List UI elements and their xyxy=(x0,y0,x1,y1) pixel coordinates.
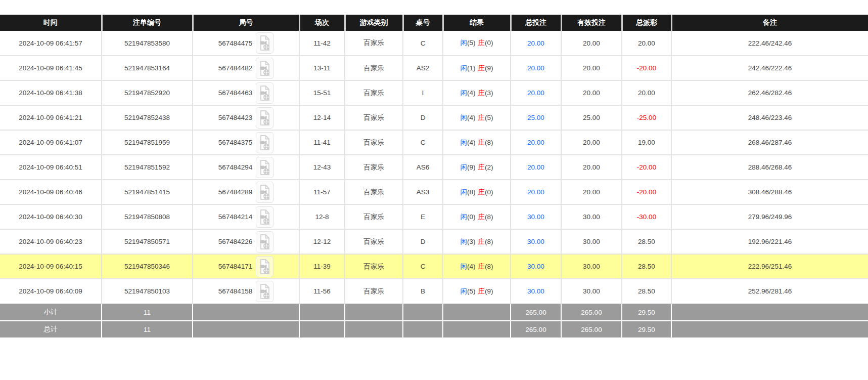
remark-cell: 192.96/221.46 xyxy=(671,229,868,254)
table-no-cell: D xyxy=(403,229,443,254)
video-replay-icon[interactable] xyxy=(256,231,273,252)
valid-bet-cell: 20.00 xyxy=(561,130,622,155)
video-replay-icon[interactable] xyxy=(256,32,273,54)
payout-cell: 20.00 xyxy=(622,80,671,105)
table-row: 2024-10-09 06:41:45 521947853164 5674844… xyxy=(0,56,868,80)
table-row: 2024-10-09 06:41:21 521947852438 5674844… xyxy=(0,105,868,130)
video-replay-icon[interactable] xyxy=(256,157,273,178)
bet-no-cell: 521947850346 xyxy=(102,254,193,279)
table-no-cell: AS3 xyxy=(403,180,443,204)
game-type-cell: 百家乐 xyxy=(345,130,403,155)
video-replay-icon[interactable] xyxy=(256,82,273,104)
bet-no-cell: 521947852920 xyxy=(102,80,193,105)
result-player-label: 闲 xyxy=(461,238,468,245)
result-player-label: 闲 xyxy=(461,287,468,295)
total-bet-cell: 25.00 xyxy=(511,105,561,130)
total-label: 总计 xyxy=(0,321,102,338)
table-row: 2024-10-09 06:40:23 521947850571 5674842… xyxy=(0,229,868,254)
session-cell: 12-43 xyxy=(299,155,345,180)
round-no-cell: 567484158 xyxy=(193,279,299,304)
result-banker-count: (0) xyxy=(485,188,493,196)
payout-cell: -25.00 xyxy=(622,105,671,130)
result-banker-label: 庄 xyxy=(478,188,485,196)
round-no-cell: 567484226 xyxy=(193,229,299,254)
game-type-cell: 百家乐 xyxy=(345,31,403,56)
result-player-label: 闲 xyxy=(461,163,468,171)
total-bet-cell: 30.00 xyxy=(511,204,561,229)
round-no-cell: 567484214 xyxy=(193,204,299,229)
result-player-count: (4) xyxy=(467,139,476,146)
total-payout: 29.50 xyxy=(622,321,671,338)
session-cell: 12-8 xyxy=(299,204,345,229)
result-player-count: (5) xyxy=(467,39,476,47)
total-bet-cell: 20.00 xyxy=(511,31,561,56)
video-replay-icon[interactable] xyxy=(256,281,273,302)
bet-records-container: 时间 注单编号 局号 场次 游戏类别 桌号 结果 总投注 有效投注 总派彩 备注… xyxy=(0,0,868,339)
round-no-cell: 567484423 xyxy=(193,105,299,130)
result-cell: 闲(4)庄(3) xyxy=(443,80,511,105)
video-replay-icon[interactable] xyxy=(256,58,273,79)
game-type-cell: 百家乐 xyxy=(345,279,403,304)
video-replay-icon[interactable] xyxy=(256,206,273,228)
col-header-valid-bet: 有效投注 xyxy=(561,15,622,31)
remark-cell: 242.46/222.46 xyxy=(671,56,868,80)
round-no-cell: 567484294 xyxy=(193,155,299,180)
payout-cell: 28.50 xyxy=(622,279,671,304)
video-replay-icon[interactable] xyxy=(256,132,273,153)
table-body: 2024-10-09 06:41:57 521947853580 5674844… xyxy=(0,31,868,304)
time-cell: 2024-10-09 06:41:07 xyxy=(0,130,102,155)
payout-cell: 20.00 xyxy=(622,31,671,56)
result-cell: 闲(4)庄(8) xyxy=(443,130,511,155)
total-bet-cell: 20.00 xyxy=(511,130,561,155)
total-bet-cell: 30.00 xyxy=(511,229,561,254)
table-row: 2024-10-09 06:40:15 521947850346 5674841… xyxy=(0,254,868,279)
valid-bet-cell: 30.00 xyxy=(561,204,622,229)
game-type-cell: 百家乐 xyxy=(345,80,403,105)
game-type-cell: 百家乐 xyxy=(345,105,403,130)
video-replay-icon[interactable] xyxy=(256,182,273,203)
session-cell: 12-14 xyxy=(299,105,345,130)
total-row: 总计 11 265.00 265.00 29.50 xyxy=(0,321,868,338)
game-type-cell: 百家乐 xyxy=(345,254,403,279)
valid-bet-cell: 30.00 xyxy=(561,229,622,254)
video-replay-icon[interactable] xyxy=(256,256,273,277)
remark-cell: 288.46/268.46 xyxy=(671,155,868,180)
table-no-cell: I xyxy=(403,80,443,105)
session-cell: 11-42 xyxy=(299,31,345,56)
round-no-cell: 567484482 xyxy=(193,56,299,80)
result-banker-count: (3) xyxy=(485,89,493,97)
result-banker-label: 庄 xyxy=(478,213,485,221)
bet-no-cell: 521947850571 xyxy=(102,229,193,254)
total-bet-cell: 20.00 xyxy=(511,56,561,80)
result-banker-label: 庄 xyxy=(478,89,485,97)
result-banker-label: 庄 xyxy=(478,287,485,295)
table-row: 2024-10-09 06:41:07 521947851959 5674843… xyxy=(0,130,868,155)
table-header: 时间 注单编号 局号 场次 游戏类别 桌号 结果 总投注 有效投注 总派彩 备注 xyxy=(0,15,868,31)
table-row: 2024-10-09 06:40:46 521947851415 5674842… xyxy=(0,180,868,204)
time-cell: 2024-10-09 06:40:15 xyxy=(0,254,102,279)
round-no-value: 567484294 xyxy=(218,163,253,171)
video-replay-icon[interactable] xyxy=(256,107,273,129)
result-player-count: (4) xyxy=(467,114,476,121)
result-player-count: (0) xyxy=(467,213,476,221)
remark-cell: 262.46/282.46 xyxy=(671,80,868,105)
bet-no-cell: 521947853164 xyxy=(102,56,193,80)
table-no-cell: AS6 xyxy=(403,155,443,180)
time-cell: 2024-10-09 06:40:23 xyxy=(0,229,102,254)
result-player-label: 闲 xyxy=(461,64,468,72)
result-player-count: (1) xyxy=(467,64,476,72)
valid-bet-cell: 20.00 xyxy=(561,180,622,204)
total-bet-cell: 30.00 xyxy=(511,279,561,304)
valid-bet-cell: 20.00 xyxy=(561,31,622,56)
round-no-value: 567484158 xyxy=(218,287,253,295)
result-player-count: (8) xyxy=(467,188,476,196)
round-no-value: 567484226 xyxy=(218,238,253,245)
remark-cell: 279.96/249.96 xyxy=(671,204,868,229)
total-bet-cell: 20.00 xyxy=(511,80,561,105)
round-no-value: 567484375 xyxy=(218,139,253,146)
result-banker-label: 庄 xyxy=(478,163,485,171)
round-no-cell: 567484475 xyxy=(193,31,299,56)
payout-cell: -20.00 xyxy=(622,56,671,80)
result-cell: 闲(3)庄(8) xyxy=(443,229,511,254)
table-no-cell: E xyxy=(403,204,443,229)
